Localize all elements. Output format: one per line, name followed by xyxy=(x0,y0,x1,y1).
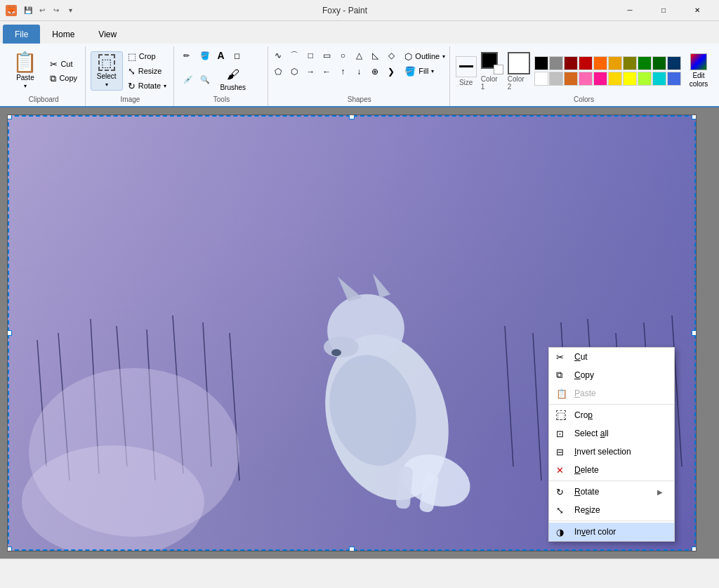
cut-icon: ✂ xyxy=(50,60,58,69)
shape-up-arrow[interactable]: ↑ xyxy=(335,64,350,79)
shape-right-triangle[interactable]: ◺ xyxy=(367,48,383,63)
canvas-wrapper: ✂ Cut ⧉ Copy 📋 Paste ⬚ Crop ⊡ xyxy=(7,115,697,551)
redo-button[interactable]: ↪ xyxy=(51,5,62,16)
rotate-button[interactable]: ↻ Rotate ▾ xyxy=(124,79,170,93)
swatch-deeppink[interactable] xyxy=(593,72,607,86)
context-invert-selection[interactable]: ⊟ Invert selection xyxy=(549,443,674,461)
swatch-darkred[interactable] xyxy=(564,56,578,70)
fill-dropdown-button[interactable]: 🪣 Fill ▾ xyxy=(402,65,448,78)
close-button[interactable]: ✕ xyxy=(681,0,713,21)
select-button[interactable]: ⬚ Select ▾ xyxy=(91,51,123,91)
color-picker-button[interactable]: 💉 xyxy=(181,72,197,87)
paste-button[interactable]: 📋 Paste ▾ xyxy=(6,49,44,93)
swatch-red[interactable] xyxy=(579,56,593,70)
swatch-gray[interactable] xyxy=(549,56,563,70)
shape-triangle[interactable]: △ xyxy=(351,48,367,63)
canvas-area[interactable]: ✂ Cut ⧉ Copy 📋 Paste ⬚ Crop ⊡ xyxy=(0,107,719,558)
pencil-icon: ✏ xyxy=(183,51,190,60)
swatch-brown[interactable] xyxy=(564,72,578,86)
swatch-silver[interactable] xyxy=(549,72,563,86)
save-button[interactable]: 💾 xyxy=(22,5,34,16)
swatch-orange[interactable] xyxy=(593,56,607,70)
swatch-white[interactable] xyxy=(534,72,548,86)
brushes-button[interactable]: 🖌 Brushes xyxy=(215,65,251,94)
shapes-grid: ∿ ⌒ □ ▭ ○ △ ◺ ◇ ⬠ ⬡ → ← ↑ ↓ ⊕ ❯ xyxy=(270,48,399,79)
swatch-brightyellow[interactable] xyxy=(623,72,637,86)
cut-button[interactable]: ✂ Cut xyxy=(46,58,81,71)
shape-right-arrow[interactable]: → xyxy=(303,64,318,79)
fill-button[interactable]: 🪣 xyxy=(198,48,213,63)
fill-dropdown-icon: ▾ xyxy=(431,68,434,74)
shape-rect[interactable]: □ xyxy=(303,48,318,63)
shape-freeform[interactable]: ∿ xyxy=(270,48,286,63)
outline-button[interactable]: ⬡ Outline ▾ xyxy=(402,50,448,63)
swatch-black[interactable] xyxy=(534,56,548,70)
swatch-darkgreen[interactable] xyxy=(652,56,666,70)
shape-diamond[interactable]: ◇ xyxy=(383,48,399,63)
color1-selector[interactable] xyxy=(481,52,503,74)
shape-left-arrow[interactable]: ← xyxy=(319,64,334,79)
tab-file[interactable]: File xyxy=(3,25,40,44)
clipboard-label: Clipboard xyxy=(29,94,59,105)
title-bar-controls: 💾 ↩ ↪ ▾ xyxy=(22,5,76,16)
menu-down-icon[interactable]: ▾ xyxy=(65,5,76,16)
eraser-button[interactable]: ◻ xyxy=(232,48,247,63)
crop-button[interactable]: ⬚ Crop xyxy=(124,50,170,63)
magnify-icon: 🔍 xyxy=(200,75,210,84)
shape-curve[interactable]: ⌒ xyxy=(286,48,302,63)
crop-menu-icon: ⬚ xyxy=(556,410,566,420)
tab-view[interactable]: View xyxy=(86,25,128,44)
swatch-green[interactable] xyxy=(638,56,652,70)
tab-home[interactable]: Home xyxy=(40,25,86,44)
copy-icon: ⧉ xyxy=(50,74,56,83)
copy-button[interactable]: ⧉ Copy xyxy=(46,72,81,85)
swatch-yellow[interactable] xyxy=(608,72,622,86)
shape-down-arrow[interactable]: ↓ xyxy=(351,64,367,79)
pencil-button[interactable]: ✏ xyxy=(181,48,197,63)
resize-button[interactable]: ⤡ Resize xyxy=(124,65,170,78)
swatch-teal[interactable] xyxy=(652,72,666,86)
crop-icon: ⬚ xyxy=(128,52,136,61)
context-invert-color[interactable]: ◑ Invert color xyxy=(549,523,674,541)
context-resize[interactable]: ⤡ Resize xyxy=(549,501,674,519)
context-select-all[interactable]: ⊡ Select all xyxy=(549,424,674,443)
maximize-button[interactable]: □ xyxy=(647,0,680,21)
minimize-button[interactable]: ─ xyxy=(614,0,646,21)
shape-hexagon[interactable]: ⬡ xyxy=(286,64,302,79)
shape-rounded-rect[interactable]: ▭ xyxy=(319,48,334,63)
context-cut[interactable]: ✂ Cut xyxy=(549,348,674,366)
select-icon: ⬚ xyxy=(98,54,115,71)
canvas-image[interactable]: ✂ Cut ⧉ Copy 📋 Paste ⬚ Crop ⊡ xyxy=(8,115,696,551)
context-rotate[interactable]: ↻ Rotate ▶ xyxy=(549,483,674,501)
swatch-navy[interactable] xyxy=(667,56,681,70)
ribbon-group-image: ⬚ Select ▾ ⬚ Crop ⤡ Resize ↻ Rotate ▾ xyxy=(87,46,175,106)
title-bar: 🦊 💾 ↩ ↪ ▾ Foxy - Paint ─ □ ✕ xyxy=(0,0,719,21)
text-button[interactable]: A xyxy=(215,48,230,63)
shape-pentagon[interactable]: ⬠ xyxy=(270,64,286,79)
edit-colors-button[interactable]: Edit colors xyxy=(685,51,713,91)
context-crop[interactable]: ⬚ Crop xyxy=(549,406,674,424)
color2-selector[interactable] xyxy=(508,52,530,74)
context-delete[interactable]: ✕ Delete xyxy=(549,461,674,479)
context-copy[interactable]: ⧉ Copy xyxy=(549,366,674,384)
outline-icon: ⬡ xyxy=(404,51,412,62)
size-selector[interactable] xyxy=(456,56,477,77)
swatch-gold[interactable] xyxy=(608,56,622,70)
paste-menu-icon: 📋 xyxy=(556,388,567,399)
magnify-button[interactable]: 🔍 xyxy=(198,72,213,87)
undo-button[interactable]: ↩ xyxy=(37,5,48,16)
swatch-olive[interactable] xyxy=(623,56,637,70)
image-sub-buttons: ⬚ Crop ⤡ Resize ↻ Rotate ▾ xyxy=(124,50,170,93)
swatch-royalblue[interactable] xyxy=(667,72,681,86)
invert-sel-menu-icon: ⊟ xyxy=(556,447,564,457)
shape-ellipse[interactable]: ○ xyxy=(335,48,350,63)
shape-chevron-right[interactable]: ❯ xyxy=(383,64,399,79)
swatch-lime[interactable] xyxy=(638,72,652,86)
shape-4way-arrow[interactable]: ⊕ xyxy=(367,64,383,79)
context-paste[interactable]: 📋 Paste xyxy=(549,384,674,403)
swatch-hotpink[interactable] xyxy=(579,72,593,86)
palette-row1 xyxy=(534,56,681,70)
color2-group: Color 2 xyxy=(508,52,530,91)
ribbon-group-colors: Size Color 1 Color 2 xyxy=(451,46,716,106)
brushes-icon: 🖌 xyxy=(227,67,239,82)
